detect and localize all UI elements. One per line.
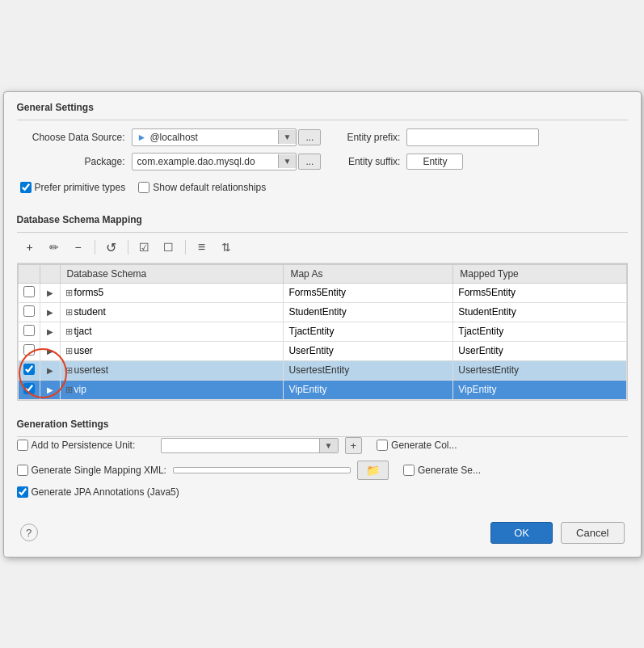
- schema-table: Database Schema Map As Mapped Type ▶ ⊞fo…: [18, 264, 627, 400]
- package-more-btn[interactable]: ...: [298, 154, 321, 170]
- generate-se-label[interactable]: Generate Se...: [403, 465, 481, 476]
- datasource-combo[interactable]: ►@localhost ▼: [132, 128, 297, 146]
- row-schema-cell: ⊞forms5: [60, 283, 284, 302]
- table-row[interactable]: ▶ ⊞forms5 Forms5Entity Forms5Entity: [18, 283, 626, 302]
- show-default-label[interactable]: Show default relationships: [138, 182, 266, 193]
- table-row[interactable]: ▶ ⊞vip VipEntity VipEntity: [18, 380, 626, 399]
- persistence-add-btn[interactable]: +: [345, 437, 363, 454]
- row-checkbox[interactable]: [23, 344, 35, 356]
- row-mappedtype-cell: Forms5Entity: [453, 283, 626, 302]
- row-expand-cell[interactable]: ▶: [40, 341, 60, 360]
- edit-btn[interactable]: ✏: [44, 238, 64, 256]
- refresh-btn[interactable]: ↺: [102, 238, 121, 258]
- table-row[interactable]: ▶ ⊞user UserEntity UserEntity: [18, 341, 626, 360]
- check-all-btn[interactable]: ☑: [135, 238, 154, 256]
- sort-btn[interactable]: ⇅: [217, 238, 236, 256]
- row-mappedtype-cell: UsertestEntity: [453, 360, 626, 380]
- table-row[interactable]: ▶ ⊞student StudentEntity StudentEntity: [18, 302, 626, 322]
- folder-icon: 📁: [366, 464, 380, 477]
- row-expand-cell[interactable]: ▶: [40, 380, 60, 399]
- table-icon: ⊞: [65, 288, 73, 298]
- row-check-cell[interactable]: [18, 380, 40, 399]
- persistence-label[interactable]: Add to Persistence Unit:: [17, 440, 154, 451]
- help-btn[interactable]: ?: [20, 524, 38, 541]
- row-checkbox[interactable]: [23, 383, 35, 394]
- single-mapping-checkbox[interactable]: [17, 465, 28, 476]
- generate-se-checkbox[interactable]: [403, 465, 415, 476]
- package-dropdown-arrow[interactable]: ▼: [278, 154, 297, 168]
- single-mapping-value: [174, 468, 350, 473]
- table-row[interactable]: ▶ ⊞usertest UsertestEntity UsertestEntit…: [18, 360, 626, 380]
- entity-suffix-value[interactable]: Entity: [406, 154, 463, 170]
- row-checkbox[interactable]: [23, 325, 35, 336]
- row-expand-cell[interactable]: ▶: [40, 322, 60, 341]
- persistence-row: Add to Persistence Unit: ▼ + Generate Co…: [17, 437, 628, 454]
- single-mapping-label[interactable]: Generate Single Mapping XML:: [17, 465, 166, 476]
- schema-table-wrapper[interactable]: Database Schema Map As Mapped Type ▶ ⊞fo…: [17, 263, 628, 401]
- persistence-checkbox[interactable]: [17, 440, 28, 451]
- align-btn[interactable]: ≡: [192, 238, 212, 257]
- row-check-cell[interactable]: [18, 322, 40, 341]
- remove-btn[interactable]: −: [69, 238, 88, 256]
- table-row[interactable]: ▶ ⊞tjact TjactEntity TjactEntity: [18, 322, 626, 341]
- row-check-cell[interactable]: [18, 360, 40, 380]
- package-combo[interactable]: com.example.dao.mysql.do ▼: [132, 153, 297, 170]
- row-check-cell[interactable]: [18, 341, 40, 360]
- row-schema-cell: ⊞student: [60, 302, 284, 322]
- show-default-checkbox[interactable]: [138, 182, 149, 193]
- row-mapas-cell: Forms5Entity: [284, 283, 453, 302]
- row-check-cell[interactable]: [18, 302, 40, 322]
- expand-btn[interactable]: ▶: [45, 288, 55, 297]
- table-icon: ⊞: [65, 346, 73, 356]
- datasource-dropdown-arrow[interactable]: ▼: [278, 130, 297, 144]
- prefer-primitive-label[interactable]: Prefer primitive types: [20, 182, 126, 193]
- ok-btn[interactable]: OK: [490, 522, 553, 544]
- row-check-cell[interactable]: [18, 283, 40, 302]
- row-mapas-cell: UserEntity: [284, 341, 453, 360]
- row-expand-cell[interactable]: ▶: [40, 302, 60, 322]
- persistence-combo[interactable]: ▼: [161, 438, 339, 453]
- expand-btn[interactable]: ▶: [45, 366, 55, 375]
- jpa-label[interactable]: Generate JPA Annotations (Java5): [17, 486, 179, 498]
- col-map-as: Map As: [284, 264, 453, 283]
- options-row: Prefer primitive types Show default rela…: [20, 177, 625, 196]
- expand-btn[interactable]: ▶: [45, 327, 55, 336]
- schema-toolbar: + ✏ − ↺ ☑ ☐ ≡ ⇅: [17, 233, 628, 263]
- row-mappedtype-cell: UserEntity: [453, 341, 626, 360]
- generate-col-checkbox[interactable]: [377, 440, 388, 451]
- prefer-primitive-checkbox[interactable]: [20, 182, 32, 193]
- row-checkbox[interactable]: [23, 286, 35, 297]
- row-mapas-cell: VipEntity: [284, 380, 453, 399]
- row-mapas-cell: StudentEntity: [284, 302, 453, 322]
- uncheck-all-btn[interactable]: ☐: [159, 238, 179, 256]
- expand-btn[interactable]: ▶: [45, 385, 55, 394]
- row-mappedtype-cell: StudentEntity: [453, 302, 626, 322]
- row-expand-cell[interactable]: ▶: [40, 283, 60, 302]
- entity-prefix-label: Entity prefix:: [327, 132, 400, 143]
- persistence-combo-arrow[interactable]: ▼: [319, 439, 338, 452]
- datasource-more-btn[interactable]: ...: [298, 129, 321, 145]
- col-checkbox: [18, 264, 40, 283]
- general-settings-content: Choose Data Source: ►@localhost ▼ ... En…: [4, 120, 641, 204]
- add-btn[interactable]: +: [20, 238, 40, 256]
- row-checkbox[interactable]: [23, 364, 35, 375]
- folder-btn[interactable]: 📁: [357, 461, 389, 480]
- table-header-row: Database Schema Map As Mapped Type: [18, 264, 626, 283]
- row-expand-cell[interactable]: ▶: [40, 360, 60, 380]
- cancel-btn[interactable]: Cancel: [561, 522, 624, 544]
- single-mapping-row: Generate Single Mapping XML: 📁 Generate …: [17, 461, 628, 480]
- col-schema: Database Schema: [60, 264, 284, 283]
- entity-prefix-input[interactable]: [406, 128, 539, 146]
- schema-mapping-title: Database Schema Mapping: [4, 204, 641, 232]
- package-value: com.example.dao.mysql.do: [133, 154, 278, 170]
- single-mapping-combo[interactable]: [173, 467, 351, 473]
- package-row: Package: com.example.dao.mysql.do ▼ ... …: [20, 153, 625, 170]
- expand-btn[interactable]: ▶: [45, 347, 55, 356]
- datasource-row: Choose Data Source: ►@localhost ▼ ... En…: [20, 128, 625, 146]
- row-checkbox[interactable]: [23, 305, 35, 317]
- expand-btn[interactable]: ▶: [45, 308, 55, 317]
- jpa-checkbox[interactable]: [17, 486, 28, 498]
- datasource-icon: ►: [137, 132, 147, 143]
- generate-col-label[interactable]: Generate Col...: [377, 440, 457, 451]
- footer-left: ?: [20, 524, 483, 541]
